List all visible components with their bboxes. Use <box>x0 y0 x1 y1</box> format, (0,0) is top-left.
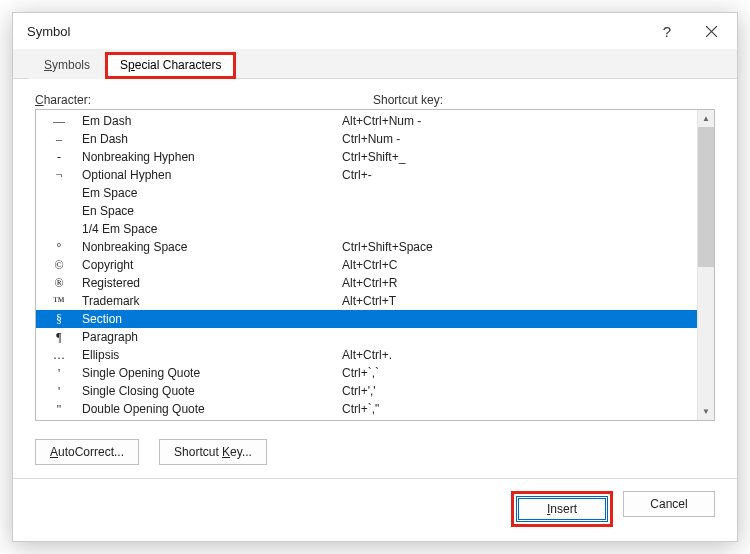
char-symbol: … <box>36 348 82 363</box>
list-item[interactable]: §Section <box>36 310 697 328</box>
char-name: Nonbreaking Space <box>82 240 342 254</box>
titlebar: Symbol ? <box>13 13 737 49</box>
char-shortcut: Alt+Ctrl+Num - <box>342 114 697 128</box>
dialog-title: Symbol <box>27 24 647 39</box>
insert-highlight: Insert <box>511 491 613 527</box>
char-name: En Space <box>82 204 342 218</box>
list-item[interactable]: 'Single Opening QuoteCtrl+`,` <box>36 364 697 382</box>
list-item[interactable]: ¬Optional HyphenCtrl+- <box>36 166 697 184</box>
dialog-footer: Insert Cancel <box>13 478 737 541</box>
list-item[interactable]: ¶Paragraph <box>36 328 697 346</box>
char-shortcut: Ctrl+Shift+Space <box>342 240 697 254</box>
list-item[interactable]: ™TrademarkAlt+Ctrl+T <box>36 292 697 310</box>
tab-symbols[interactable]: Symbols <box>29 52 105 79</box>
list-item[interactable]: —Em DashAlt+Ctrl+Num - <box>36 112 697 130</box>
char-shortcut: Alt+Ctrl+R <box>342 276 697 290</box>
char-shortcut: Ctrl+- <box>342 168 697 182</box>
char-name: Em Dash <box>82 114 342 128</box>
char-symbol: ¬ <box>36 168 82 183</box>
char-name: Section <box>82 312 342 326</box>
list-item[interactable]: ®RegisteredAlt+Ctrl+R <box>36 274 697 292</box>
char-shortcut: Alt+Ctrl+. <box>342 348 697 362</box>
char-name: Nonbreaking Hyphen <box>82 150 342 164</box>
char-name: Single Opening Quote <box>82 366 342 380</box>
scroll-track[interactable] <box>698 267 714 403</box>
char-name: Single Closing Quote <box>82 384 342 398</box>
char-name: Em Space <box>82 186 342 200</box>
char-name: Registered <box>82 276 342 290</box>
autocorrect-button[interactable]: AutoCorrect... <box>35 439 139 465</box>
char-shortcut: Ctrl+`," <box>342 402 697 416</box>
list-item[interactable]: 'Single Closing QuoteCtrl+',' <box>36 382 697 400</box>
char-shortcut: Ctrl+`,` <box>342 366 697 380</box>
char-symbol: — <box>36 114 82 129</box>
list-item[interactable]: …EllipsisAlt+Ctrl+. <box>36 346 697 364</box>
character-list-body: —Em DashAlt+Ctrl+Num -–En DashCtrl+Num -… <box>36 110 697 420</box>
list-item[interactable]: -Nonbreaking HyphenCtrl+Shift+_ <box>36 148 697 166</box>
list-item[interactable]: Em Space <box>36 184 697 202</box>
char-symbol: ° <box>36 240 82 255</box>
scroll-up-icon[interactable]: ▲ <box>698 110 714 127</box>
scroll-thumb[interactable] <box>698 127 714 267</box>
list-headers: Character: Shortcut key: <box>35 93 715 107</box>
char-name: En Dash <box>82 132 342 146</box>
list-item[interactable]: En Space <box>36 202 697 220</box>
list-item[interactable]: ©CopyrightAlt+Ctrl+C <box>36 256 697 274</box>
char-shortcut: Alt+Ctrl+T <box>342 294 697 308</box>
close-button[interactable] <box>691 17 731 45</box>
cancel-button[interactable]: Cancel <box>623 491 715 517</box>
character-list[interactable]: —Em DashAlt+Ctrl+Num -–En DashCtrl+Num -… <box>35 109 715 421</box>
header-shortcut: Shortcut key: <box>373 93 443 107</box>
close-icon <box>706 26 717 37</box>
char-symbol: ' <box>36 366 82 381</box>
char-name: 1/4 Em Space <box>82 222 342 236</box>
char-name: Optional Hyphen <box>82 168 342 182</box>
char-symbol: ® <box>36 276 82 291</box>
char-symbol: ' <box>36 384 82 399</box>
char-name: Trademark <box>82 294 342 308</box>
list-item[interactable]: °Nonbreaking SpaceCtrl+Shift+Space <box>36 238 697 256</box>
char-symbol: – <box>36 132 82 147</box>
shortcut-key-button[interactable]: Shortcut Key... <box>159 439 267 465</box>
list-item[interactable]: "Double Opening QuoteCtrl+`," <box>36 400 697 418</box>
secondary-buttons: AutoCorrect... Shortcut Key... <box>35 439 715 465</box>
header-character: Character: <box>35 93 373 107</box>
char-shortcut: Ctrl+',' <box>342 384 697 398</box>
char-name: Paragraph <box>82 330 342 344</box>
char-symbol: ™ <box>36 294 82 309</box>
symbol-dialog: Symbol ? Symbols Special Characters Char… <box>12 12 738 542</box>
char-name: Ellipsis <box>82 348 342 362</box>
scroll-down-icon[interactable]: ▼ <box>698 403 714 420</box>
char-shortcut: Ctrl+Num - <box>342 132 697 146</box>
char-symbol: ¶ <box>36 330 82 345</box>
dialog-content: Character: Shortcut key: —Em DashAlt+Ctr… <box>13 79 737 478</box>
char-symbol: § <box>36 312 82 327</box>
char-shortcut: Ctrl+Shift+_ <box>342 150 697 164</box>
list-item[interactable]: –En DashCtrl+Num - <box>36 130 697 148</box>
tab-strip: Symbols Special Characters <box>13 49 737 79</box>
tab-special-characters[interactable]: Special Characters <box>105 52 236 79</box>
char-name: Double Opening Quote <box>82 402 342 416</box>
list-item[interactable]: 1/4 Em Space <box>36 220 697 238</box>
char-shortcut: Alt+Ctrl+C <box>342 258 697 272</box>
scrollbar[interactable]: ▲ ▼ <box>697 110 714 420</box>
help-button[interactable]: ? <box>647 17 687 45</box>
insert-button[interactable]: Insert <box>516 496 608 522</box>
char-name: Copyright <box>82 258 342 272</box>
char-symbol: © <box>36 258 82 273</box>
char-symbol: " <box>36 402 82 417</box>
char-symbol: - <box>36 150 82 165</box>
